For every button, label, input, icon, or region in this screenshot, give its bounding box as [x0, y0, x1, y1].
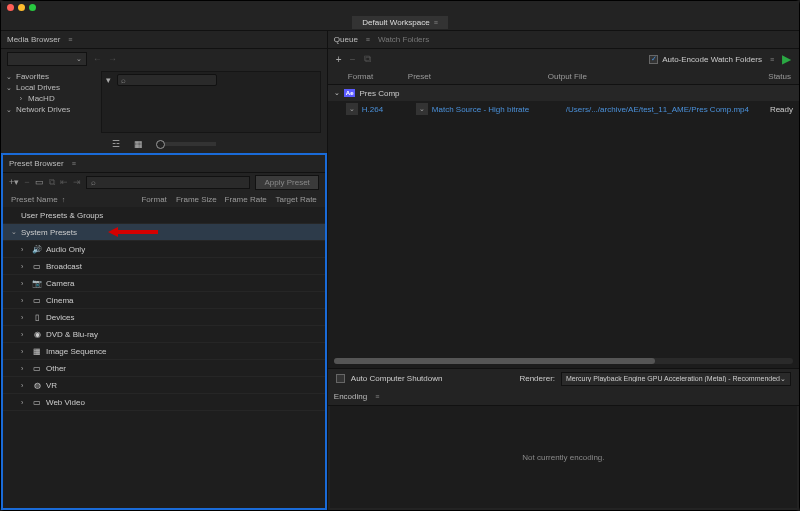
preset-row[interactable]: ›▦Image Sequence: [3, 343, 325, 360]
encoding-status-text: Not currently encoding.: [522, 453, 604, 462]
encoding-tabbar: Encoding ≡: [328, 388, 799, 406]
media-browser-footer: ☲ ▦: [1, 135, 327, 153]
export-icon[interactable]: ⇥: [73, 177, 81, 187]
checkbox-icon[interactable]: [336, 374, 345, 383]
chevron-down-icon: ⌄: [11, 228, 21, 236]
category-icon: ◍: [31, 381, 43, 390]
panel-menu-icon[interactable]: ≡: [366, 36, 370, 43]
preset-row[interactable]: ⌄System Presets: [3, 224, 325, 241]
tree-network-drives[interactable]: ⌄Network Drives: [5, 104, 97, 115]
workspace-label: Default Workspace: [362, 18, 429, 27]
output-link[interactable]: /Users/.../archive/AE/test_11_AME/Pres C…: [566, 105, 749, 114]
preset-row[interactable]: ›▭Cinema: [3, 292, 325, 309]
panel-menu-icon[interactable]: ≡: [72, 160, 76, 167]
preset-row-label: VR: [46, 381, 57, 390]
maximize-icon[interactable]: [29, 4, 36, 11]
path-dropdown[interactable]: ⌄: [7, 52, 87, 66]
ae-badge-icon: Ae: [344, 89, 356, 97]
sort-up-icon[interactable]: ↑: [62, 196, 66, 203]
preset-row-label: Camera: [46, 279, 74, 288]
queue-group-row[interactable]: ⌄ Ae Pres Comp: [328, 85, 799, 101]
new-group-icon[interactable]: ▭: [35, 177, 44, 187]
format-dropdown[interactable]: ⌄: [346, 103, 358, 115]
preset-browser-panel: Preset Browser ≡ +▾ − ▭ ⧉ ⇤ ⇥ ⌕ Apply Pr…: [1, 153, 327, 510]
forward-icon[interactable]: →: [108, 54, 117, 64]
renderer-dropdown[interactable]: Mercury Playback Engine GPU Acceleration…: [561, 372, 791, 386]
panel-menu-icon[interactable]: ≡: [68, 36, 72, 43]
titlebar: [1, 1, 799, 15]
thumb-view-icon[interactable]: ▦: [134, 139, 146, 149]
panel-menu-icon[interactable]: ≡: [434, 19, 438, 26]
format-link[interactable]: H.264: [362, 105, 412, 114]
preset-row[interactable]: ›◍VR: [3, 377, 325, 394]
preset-row[interactable]: ›▭Other: [3, 360, 325, 377]
preset-row-label: Other: [46, 364, 66, 373]
preset-columns-header: Preset Name↑ Format Frame Size Frame Rat…: [3, 191, 325, 207]
encoding-tab[interactable]: Encoding: [334, 392, 367, 401]
preset-row[interactable]: ›◉DVD & Blu-ray: [3, 326, 325, 343]
panel-menu-icon[interactable]: ≡: [770, 56, 774, 63]
queue-tabbar: Queue ≡ Watch Folders: [328, 31, 799, 49]
chevron-right-icon: ›: [21, 382, 31, 389]
preset-link[interactable]: Match Source - High bitrate: [432, 105, 562, 114]
media-browser-tabbar: Media Browser ≡: [1, 31, 327, 49]
preset-row[interactable]: ›🔊Audio Only: [3, 241, 325, 258]
thumbnail-slider[interactable]: [156, 142, 216, 146]
horizontal-scrollbar[interactable]: [334, 358, 793, 364]
left-column: Media Browser ≡ ⌄ ← → ⌄Favorites ⌄Local …: [1, 31, 328, 510]
add-preset-icon[interactable]: +▾: [9, 177, 19, 187]
annotation-arrow-icon: [108, 226, 158, 238]
import-icon[interactable]: ⇤: [60, 177, 68, 187]
chevron-right-icon: ›: [17, 95, 25, 102]
preset-row[interactable]: ›▭Broadcast: [3, 258, 325, 275]
back-icon[interactable]: ←: [93, 54, 102, 64]
watch-folders-tab[interactable]: Watch Folders: [378, 35, 429, 44]
chevron-right-icon: ›: [21, 348, 31, 355]
queue-body: ⌄ Ae Pres Comp ⌄ H.264 ⌄ Match Source - …: [328, 85, 799, 368]
nav-arrows: ← →: [93, 54, 117, 64]
duplicate-icon[interactable]: ⧉: [364, 53, 371, 65]
add-source-icon[interactable]: +: [336, 54, 342, 65]
auto-encode-checkbox[interactable]: ✓ Auto-Encode Watch Folders: [649, 55, 762, 64]
preset-row[interactable]: User Presets & Groups: [3, 207, 325, 224]
media-browser-body: ⌄Favorites ⌄Local Drives ›MacHD ⌄Network…: [1, 69, 327, 135]
close-icon[interactable]: [7, 4, 14, 11]
chevron-right-icon: ›: [21, 280, 31, 287]
main-area: Media Browser ≡ ⌄ ← → ⌄Favorites ⌄Local …: [1, 31, 799, 510]
chevron-right-icon: ›: [21, 297, 31, 304]
tree-favorites[interactable]: ⌄Favorites: [5, 71, 97, 82]
encoding-body: Not currently encoding.: [330, 406, 797, 508]
media-browser-tab[interactable]: Media Browser: [7, 35, 60, 44]
preset-row[interactable]: ›📷Camera: [3, 275, 325, 292]
preset-row[interactable]: ›▯Devices: [3, 309, 325, 326]
remove-preset-icon[interactable]: −: [24, 177, 29, 187]
apply-preset-button[interactable]: Apply Preset: [255, 175, 318, 190]
minimize-icon[interactable]: [18, 4, 25, 11]
preset-search-input[interactable]: ⌕: [86, 176, 251, 189]
auto-shutdown-label[interactable]: Auto Computer Shutdown: [351, 374, 443, 383]
remove-source-icon[interactable]: −: [350, 54, 356, 65]
start-queue-button[interactable]: ▶: [782, 52, 791, 66]
media-search-input[interactable]: ⌕: [117, 74, 217, 86]
preset-browser-tab[interactable]: Preset Browser: [9, 159, 64, 168]
chevron-down-icon: ⌄: [5, 106, 13, 114]
category-icon: 🔊: [31, 245, 43, 254]
preset-dropdown[interactable]: ⌄: [416, 103, 428, 115]
chevron-right-icon: ›: [21, 246, 31, 253]
settings-icon[interactable]: ⧉: [49, 177, 55, 188]
tree-local-drives[interactable]: ⌄Local Drives: [5, 82, 97, 93]
list-view-icon[interactable]: ☲: [112, 139, 124, 149]
tree-machd[interactable]: ›MacHD: [5, 93, 97, 104]
chevron-down-icon: ⌄: [5, 73, 13, 81]
filter-icon[interactable]: ▾: [106, 75, 111, 85]
panel-menu-icon[interactable]: ≡: [375, 393, 379, 400]
queue-item-row[interactable]: ⌄ H.264 ⌄ Match Source - High bitrate /U…: [328, 101, 799, 117]
preset-row-label: DVD & Blu-ray: [46, 330, 98, 339]
queue-tab[interactable]: Queue: [334, 35, 358, 44]
traffic-lights: [7, 4, 36, 11]
chevron-down-icon: ⌄: [5, 84, 13, 92]
category-icon: ▭: [31, 296, 43, 305]
preset-row[interactable]: ›▭Web Video: [3, 394, 325, 411]
media-browser-panel: Media Browser ≡ ⌄ ← → ⌄Favorites ⌄Local …: [1, 31, 327, 153]
workspace-tab[interactable]: Default Workspace ≡: [352, 16, 448, 29]
